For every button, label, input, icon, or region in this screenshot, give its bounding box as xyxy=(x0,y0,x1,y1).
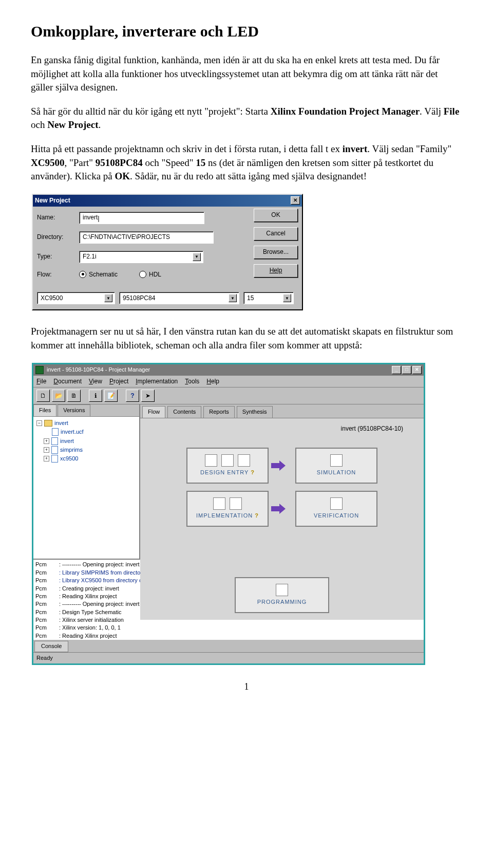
menu-view[interactable]: View xyxy=(89,377,102,386)
svg-marker-0 xyxy=(271,460,286,471)
project-manager-window: invert - 95108-10PC84 - Project Manager … xyxy=(32,363,462,666)
chevron-down-icon: ▼ xyxy=(229,294,237,302)
menu-file[interactable]: File xyxy=(36,377,46,386)
close-icon[interactable]: ✕ xyxy=(291,196,300,205)
verify-icon xyxy=(330,497,343,510)
log-row: Pcm: Reading Xilinx project xyxy=(35,632,422,640)
status-bar: Ready xyxy=(33,652,424,663)
ok-button[interactable]: OK xyxy=(254,209,298,222)
tree-root[interactable]: − invert xyxy=(36,419,136,428)
minimize-icon[interactable]: _ xyxy=(392,366,401,374)
flow-programming[interactable]: PROGRAMMING xyxy=(235,577,329,613)
toolbar-info-icon[interactable]: ℹ xyxy=(89,390,102,402)
menu-help[interactable]: Help xyxy=(206,377,219,386)
sim-icon xyxy=(330,454,343,467)
name-label: Name: xyxy=(37,213,79,222)
flow-simulation[interactable]: SIMULATION xyxy=(295,448,377,484)
tree-item[interactable]: +xc9500 xyxy=(36,454,136,463)
paragraph-3: Hitta på ett passande projektnamn och sk… xyxy=(31,142,462,183)
paragraph-1: En ganska fånig digital funktion, kanhän… xyxy=(31,53,462,95)
pm-title-text: invert - 95108-10PC84 - Project Manager xyxy=(47,366,150,374)
tree-item[interactable]: +invert xyxy=(36,437,136,446)
browse-button[interactable]: Browse... xyxy=(254,246,298,259)
pm-titlebar: invert - 95108-10PC84 - Project Manager … xyxy=(33,364,424,376)
tab-contents[interactable]: Contents xyxy=(167,406,201,417)
fsm-icon xyxy=(221,454,234,467)
page-title: Omkopplare, inverterare och LED xyxy=(31,21,462,42)
app-icon xyxy=(35,366,44,374)
type-select[interactable]: F2.1i▼ xyxy=(79,251,203,263)
directory-input[interactable]: C:\FNDTN\ACTIVE\PROJECTS xyxy=(79,231,214,244)
schematic-icon xyxy=(205,454,217,467)
flow-verification[interactable]: VERIFICATION xyxy=(295,491,377,527)
tab-flow[interactable]: Flow xyxy=(142,406,165,417)
toolbar-help-icon[interactable]: ? xyxy=(126,390,139,402)
tab-files[interactable]: Files xyxy=(33,404,56,416)
flow-schematic-radio[interactable]: Schematic xyxy=(79,270,118,279)
svg-marker-1 xyxy=(271,504,286,514)
file-icon xyxy=(52,428,59,436)
cancel-button[interactable]: Cancel xyxy=(254,227,298,241)
file-icon xyxy=(51,437,58,445)
hdl-icon xyxy=(238,454,250,467)
toolbar: 🗋 📂 🗎 ℹ 📝 ? ➤ xyxy=(33,387,424,404)
toolbar-pointer-icon[interactable]: ➤ xyxy=(141,390,155,402)
toolbar-new-icon[interactable]: 🗋 xyxy=(36,390,50,402)
name-input[interactable]: invert| xyxy=(79,212,204,224)
tree-item[interactable]: +simprims xyxy=(36,446,136,454)
folder-icon xyxy=(44,420,52,427)
toolbar-note-icon[interactable]: 📝 xyxy=(104,390,118,402)
file-icon xyxy=(51,446,58,454)
radio-off-icon xyxy=(139,271,146,278)
flow-panel: invert (95108PC84-10) DESIGN ENTRY ? SIM… xyxy=(140,418,424,620)
menu-project[interactable]: Project xyxy=(109,377,128,386)
close-icon[interactable]: ✕ xyxy=(412,366,422,374)
tree-item[interactable]: invert.ucf xyxy=(36,428,136,436)
expand-icon[interactable]: + xyxy=(44,447,49,453)
impl-icon xyxy=(230,497,242,510)
tab-versions[interactable]: Versions xyxy=(58,404,90,416)
menu-document[interactable]: Document xyxy=(53,377,82,386)
flow-arrow-icon xyxy=(271,460,286,471)
help-button[interactable]: Help xyxy=(254,264,298,278)
project-tree: − invert invert.ucf +invert +simprims +x… xyxy=(33,417,139,559)
flow-arrow-icon xyxy=(271,503,286,514)
flow-hdl-radio[interactable]: HDL xyxy=(139,270,161,279)
part-select[interactable]: 95108PC84▼ xyxy=(119,292,239,304)
collapse-icon[interactable]: − xyxy=(36,420,42,426)
paragraph-4: Projektmanagern ser nu ut så här, I den … xyxy=(31,325,462,352)
flow-label: Flow: xyxy=(37,270,79,279)
flow-project-label: invert (95108PC84-10) xyxy=(341,424,403,433)
menu-bar: File Document View Project Implementatio… xyxy=(33,376,424,388)
new-project-dialog: New Project ✕ OK Cancel Browse... Help N… xyxy=(32,194,462,311)
log-row: Pcm: Xilinx version: 1, 0, 0, 1 xyxy=(35,624,422,632)
speed-select[interactable]: 15▼ xyxy=(243,292,294,304)
family-select[interactable]: XC9500▼ xyxy=(37,292,115,304)
expand-icon[interactable]: + xyxy=(44,456,49,461)
directory-label: Directory: xyxy=(37,233,79,242)
dialog-titlebar: New Project ✕ xyxy=(33,195,302,207)
prog-icon xyxy=(276,584,288,596)
flow-implementation[interactable]: IMPLEMENTATION ? xyxy=(186,491,269,527)
paragraph-2: Så här gör du alltid när du kör igång et… xyxy=(31,105,462,132)
menu-implementation[interactable]: Implementation xyxy=(136,377,178,386)
menu-tools[interactable]: Tools xyxy=(185,377,199,386)
chevron-down-icon: ▼ xyxy=(193,253,201,261)
file-icon xyxy=(51,455,58,463)
radio-on-icon xyxy=(79,271,86,278)
type-label: Type: xyxy=(37,252,79,261)
toolbar-doc-icon[interactable]: 🗎 xyxy=(67,390,81,402)
chevron-down-icon: ▼ xyxy=(104,294,112,302)
toolbar-open-icon[interactable]: 📂 xyxy=(52,390,65,402)
dialog-title: New Project xyxy=(35,196,70,205)
maximize-icon[interactable]: □ xyxy=(402,366,411,374)
impl-icon xyxy=(213,497,225,510)
page-number: 1 xyxy=(31,680,462,693)
tab-reports[interactable]: Reports xyxy=(203,406,235,417)
console-tab[interactable]: Console xyxy=(34,641,68,652)
tab-synthesis[interactable]: Synthesis xyxy=(237,406,273,417)
chevron-down-icon: ▼ xyxy=(283,294,291,302)
flow-design-entry[interactable]: DESIGN ENTRY ? xyxy=(186,448,269,484)
expand-icon[interactable]: + xyxy=(44,438,49,444)
